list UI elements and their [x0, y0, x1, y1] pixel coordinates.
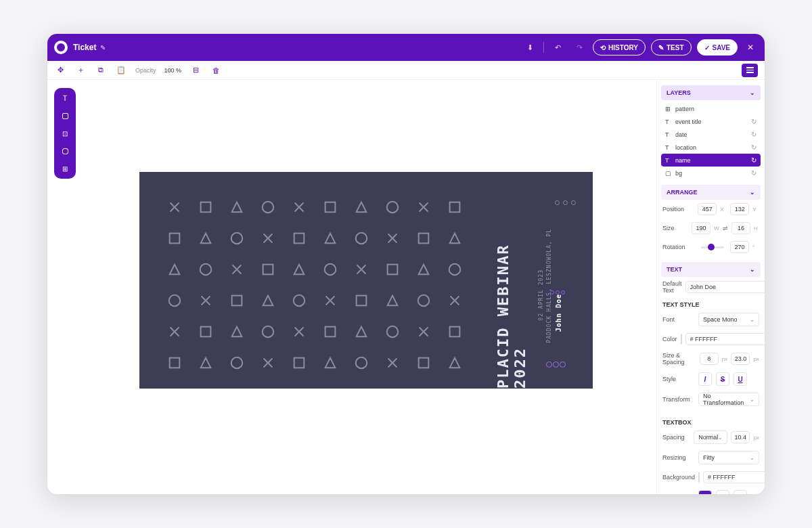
location-text[interactable]: PADDOCK HALLS, LESZNOWOLA, PL: [546, 229, 552, 343]
resizing-select[interactable]: Fitty⌄: [698, 451, 759, 464]
svg-rect-2: [325, 202, 336, 213]
arrange-section-header[interactable]: ARRANGE⌄: [661, 185, 761, 200]
selection-handle[interactable]: [561, 290, 565, 294]
layer-row[interactable]: Tlocation↻: [661, 141, 761, 154]
date-text[interactable]: 02 APRIL 2023: [538, 269, 544, 321]
rotation-slider[interactable]: [701, 246, 724, 248]
strikethrough-button[interactable]: S: [716, 372, 729, 386]
edit-title-icon[interactable]: ✎: [100, 44, 106, 51]
tb-spacing-label: Spacing: [662, 434, 690, 441]
position-y-input[interactable]: [730, 203, 749, 215]
shape-tool-icon[interactable]: [60, 146, 70, 156]
align-right-button[interactable]: ≡: [734, 490, 747, 494]
width-input[interactable]: [692, 222, 710, 234]
spacing-mode-select[interactable]: Normal⌄: [694, 431, 727, 444]
svg-rect-7: [294, 234, 304, 244]
selection-handle[interactable]: [550, 290, 554, 294]
font-size-input[interactable]: [700, 353, 719, 365]
rotation-label: Rotation: [662, 244, 695, 250]
ticket-canvas[interactable]: PLACID WEBINAR 2022 02 APRIL 2023 PADDOC…: [139, 172, 593, 389]
merge-tool-icon[interactable]: ⊟: [189, 66, 202, 74]
pattern-shape-icon: [415, 292, 432, 309]
copy-tool-icon[interactable]: ⧉: [95, 66, 107, 74]
text-tool-icon[interactable]: T: [60, 93, 70, 103]
layer-type-icon: ▢: [665, 170, 672, 177]
selection-handle[interactable]: [546, 361, 552, 368]
redo-icon[interactable]: ↷: [571, 39, 587, 56]
background-input[interactable]: [703, 471, 765, 483]
undo-icon[interactable]: ↶: [549, 39, 566, 56]
svg-point-10: [200, 264, 212, 276]
dynamic-indicator-icon: ↻: [751, 118, 757, 125]
test-button[interactable]: ✎TEST: [651, 39, 692, 56]
svg-rect-0: [201, 202, 211, 213]
paste-tool-icon[interactable]: 📋: [115, 66, 127, 74]
layer-type-icon: T: [665, 144, 672, 151]
rectangle-tool-icon[interactable]: [60, 111, 70, 120]
align-left-button[interactable]: ≡: [698, 490, 712, 494]
height-input[interactable]: [731, 222, 750, 234]
svg-point-14: [449, 264, 461, 276]
app-window: Ticket ✎ ⬇ ↶ ↷ ⟲HISTORY ✎TEST ✓SAVE ✕ ✥ …: [47, 34, 765, 494]
panel-toggle-icon[interactable]: [742, 64, 758, 77]
add-tool-icon[interactable]: ＋: [74, 65, 87, 75]
pattern-shape-icon: [198, 230, 214, 246]
layers-section-header[interactable]: LAYERS⌄: [661, 85, 761, 100]
pattern-shape-icon: [322, 292, 338, 309]
move-tool-icon[interactable]: ✥: [54, 66, 66, 74]
font-spacing-input[interactable]: [731, 353, 750, 365]
layer-label: location: [675, 144, 696, 151]
selection-handle[interactable]: [560, 361, 566, 368]
opacity-value[interactable]: 100 %: [164, 67, 182, 74]
close-icon[interactable]: ✕: [743, 43, 758, 52]
delete-tool-icon[interactable]: 🗑: [210, 66, 222, 74]
align-center-button[interactable]: ≣: [716, 490, 729, 494]
svg-rect-18: [357, 296, 367, 306]
underline-button[interactable]: U: [734, 372, 747, 386]
chevron-down-icon: ⌄: [750, 89, 755, 96]
component-tool-icon[interactable]: ⊞: [60, 164, 70, 173]
pattern-shape-icon: [447, 355, 463, 371]
pattern-shape-icon: [291, 324, 307, 340]
bg-swatch[interactable]: [698, 472, 700, 483]
pattern-shape-icon: [291, 199, 307, 215]
position-x-input[interactable]: [698, 203, 717, 215]
pattern-shape-icon: [291, 230, 307, 246]
transform-select[interactable]: No Transformation⌄: [698, 393, 759, 406]
layer-row[interactable]: Tdate↻: [661, 128, 761, 141]
resizing-label: Resizing: [662, 454, 695, 461]
pattern-shape-icon: [415, 355, 432, 371]
font-select[interactable]: Space Mono⌄: [698, 313, 759, 326]
layer-row[interactable]: ⊞pattern: [661, 103, 761, 115]
pattern-shape-icon: [353, 292, 369, 309]
pattern-shape-icon: [260, 230, 276, 246]
pattern-shape-icon: [229, 324, 245, 340]
text-section-header[interactable]: TEXT⌄: [661, 262, 761, 277]
layer-row[interactable]: Tevent title↻: [661, 115, 761, 128]
pattern-shape-icon: [415, 230, 432, 246]
history-button[interactable]: ⟲HISTORY: [593, 39, 646, 56]
image-tool-icon[interactable]: ⊡: [60, 129, 70, 138]
selection-handle[interactable]: [556, 290, 560, 294]
pattern-shape-icon: [384, 261, 401, 278]
event-title-text[interactable]: PLACID WEBINAR 2022: [495, 204, 528, 389]
color-input[interactable]: [685, 333, 765, 345]
save-button[interactable]: ✓SAVE: [697, 39, 738, 56]
color-swatch[interactable]: [681, 334, 682, 345]
italic-button[interactable]: I: [698, 372, 712, 386]
spacing-value-input[interactable]: [731, 431, 750, 443]
canvas-area[interactable]: PLACID WEBINAR 2022 02 APRIL 2023 PADDOC…: [76, 80, 656, 494]
lock-aspect-icon[interactable]: ⇌: [723, 225, 728, 232]
default-text-input[interactable]: [685, 281, 765, 293]
rotation-input[interactable]: [730, 241, 749, 253]
name-text[interactable]: John Doe: [555, 294, 562, 332]
download-icon[interactable]: ⬇: [522, 39, 538, 56]
layer-row[interactable]: Tname↻: [661, 154, 761, 167]
dynamic-indicator-icon: ↻: [751, 156, 757, 164]
style-label: Style: [662, 376, 695, 382]
pattern-shape-icon: [447, 261, 463, 278]
svg-point-26: [231, 357, 243, 369]
svg-rect-20: [201, 327, 211, 337]
selection-handle[interactable]: [553, 361, 559, 368]
layer-row[interactable]: ▢bg↻: [661, 167, 761, 179]
